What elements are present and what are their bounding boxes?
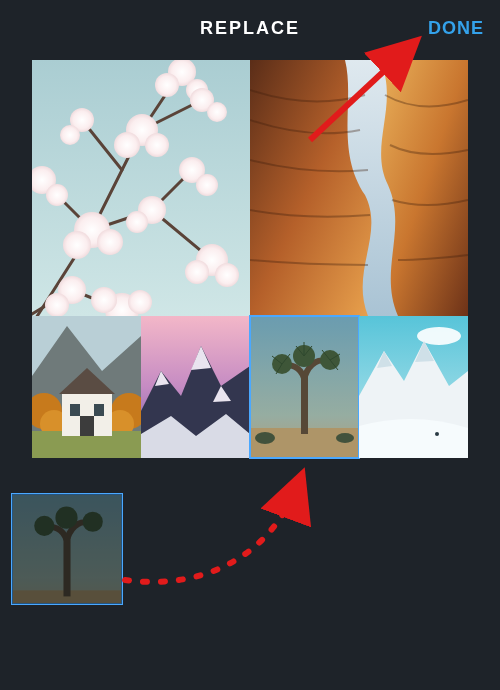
svg-point-5 (114, 132, 140, 158)
svg-rect-62 (12, 494, 122, 604)
svg-point-15 (196, 174, 218, 196)
svg-point-6 (145, 133, 169, 157)
svg-rect-38 (94, 404, 104, 416)
collage-tile-glacier-peak[interactable] (359, 316, 468, 458)
svg-point-66 (83, 512, 103, 532)
svg-point-10 (46, 184, 68, 206)
replacement-tray (12, 494, 122, 604)
collage-tile-autumn-house[interactable] (32, 316, 141, 458)
collage-grid (32, 60, 468, 458)
svg-point-67 (55, 507, 77, 529)
svg-point-13 (97, 229, 123, 255)
svg-point-65 (34, 516, 54, 536)
header-bar: REPLACE DONE (0, 0, 500, 56)
page-title: REPLACE (200, 18, 300, 39)
svg-point-20 (126, 211, 148, 233)
svg-rect-58 (250, 316, 359, 458)
svg-point-23 (128, 290, 152, 314)
collage-tile-antelope-canyon[interactable] (250, 60, 468, 316)
svg-point-2 (155, 73, 179, 97)
svg-rect-37 (70, 404, 80, 416)
svg-point-17 (185, 260, 209, 284)
svg-point-27 (207, 102, 227, 122)
svg-point-8 (60, 125, 80, 145)
svg-rect-64 (63, 538, 70, 597)
svg-point-22 (91, 287, 117, 313)
tray-thumb-joshua-tree[interactable] (12, 494, 122, 604)
collage-tile-snowy-peak-pink[interactable] (141, 316, 250, 458)
collage-tile-joshua-tree[interactable] (250, 316, 359, 458)
svg-point-12 (63, 231, 91, 259)
svg-point-61 (435, 432, 439, 436)
annotation-dashed-arrow (125, 480, 300, 582)
collage-tile-cherry-blossoms[interactable] (32, 60, 250, 316)
svg-rect-63 (12, 590, 122, 604)
done-button[interactable]: DONE (428, 18, 484, 39)
svg-point-25 (45, 293, 69, 316)
svg-rect-39 (80, 416, 94, 436)
svg-point-18 (215, 263, 239, 287)
